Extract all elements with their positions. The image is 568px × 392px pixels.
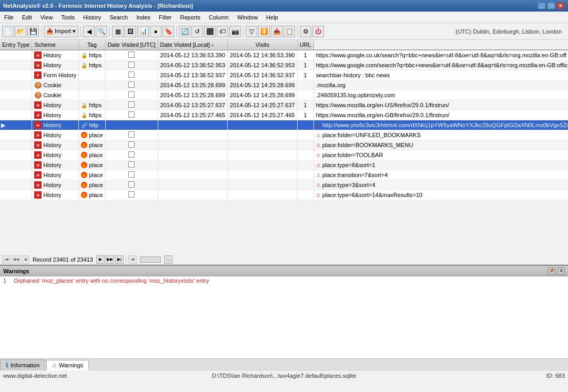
cell-date-utc: 2014-05-12 13:25:28.699 [158, 90, 228, 100]
checkbox-empty [128, 91, 135, 98]
table-row[interactable]: HHistoryplace⚠place:folder=UNFILED_BOOKM… [0, 130, 568, 140]
table-row[interactable]: HHistoryplace⚠place:type=6&sort=1 [0, 160, 568, 170]
cell-scheme: 🔒https [79, 60, 105, 70]
circle-button[interactable]: ● [150, 26, 161, 37]
col-header-scheme[interactable]: Scheme [32, 40, 79, 50]
menu-view[interactable]: View [36, 13, 57, 22]
nav-back-button[interactable]: ◀ [128, 255, 137, 264]
menu-column[interactable]: Column [205, 13, 233, 22]
cell-tag[interactable] [105, 130, 158, 140]
table-scroll[interactable]: Entry Type Scheme Tag Date Visited [UTC]… [0, 40, 568, 254]
image-button[interactable]: 🖼 [125, 26, 136, 37]
cell-tag[interactable] [105, 80, 158, 90]
maximize-button[interactable]: □ [547, 2, 555, 9]
nav-prev-page-button[interactable]: ◀◀ [12, 255, 20, 264]
nav-next-page-button[interactable]: ▶▶ [106, 255, 114, 264]
power-button[interactable]: ⏻ [312, 26, 324, 37]
entry-type-label: History [43, 132, 61, 138]
cell-url: ⚠place:folder=TOOLBAR [313, 150, 568, 160]
menu-edit[interactable]: Edit [18, 13, 36, 22]
cell-tag[interactable] [105, 60, 158, 70]
col-header-date-utc[interactable]: Date Visited [UTC] [105, 40, 158, 50]
bookmark-button[interactable]: 🔖 [163, 26, 174, 37]
cell-tag[interactable] [105, 100, 158, 110]
url-text: place:type=3&sort=4 [322, 182, 376, 188]
table-row[interactable]: HHistoryplace⚠place:transition=7&sort=4 [0, 170, 568, 180]
col-header-url[interactable]: URL [297, 40, 313, 50]
menu-file[interactable]: File [0, 13, 18, 22]
menu-index[interactable]: Index [132, 13, 155, 22]
table-row[interactable]: HHistoryplace⚠place:folder=BOOKMARKS_MEN… [0, 140, 568, 150]
col-header-entry-type[interactable]: Entry Type [0, 40, 32, 50]
camera-button[interactable]: 📷 [229, 26, 241, 37]
cell-tag[interactable] [105, 90, 158, 100]
cell-tag[interactable] [105, 150, 158, 160]
table-row[interactable]: FForm History2014-05-12 13:36:52.9372014… [0, 70, 568, 80]
chart-button[interactable]: 📊 [137, 26, 149, 37]
history-icon: H [34, 101, 42, 109]
cell-tag[interactable] [105, 170, 158, 180]
select-all-button[interactable]: ⬛ [204, 26, 216, 37]
nav-first-button[interactable]: |◀ [2, 255, 11, 264]
settings-button[interactable]: ⚙ [300, 26, 311, 37]
url-text: place:folder=TOOLBAR [322, 152, 383, 158]
col-header-date-local[interactable]: Date Visited [Local] ▾ [158, 40, 228, 50]
cell-tag[interactable] [105, 180, 158, 190]
cell-tag[interactable] [105, 160, 158, 170]
cell-tag[interactable]: ✓ [105, 120, 158, 130]
open-button[interactable]: 📂 [15, 26, 26, 37]
table-row[interactable]: ▶HHistory🔗http✓⚠http://www.ynv5c3vic3rhb… [0, 120, 568, 130]
cell-tag[interactable] [105, 50, 158, 60]
back-button[interactable]: ◀ [83, 26, 95, 37]
filter-button[interactable]: ▽ [246, 26, 257, 37]
tag-button[interactable]: 🏷 [217, 26, 228, 37]
cell-scheme: 🔒https [79, 110, 105, 120]
save-button[interactable]: 💾 [27, 26, 39, 37]
tab-information[interactable]: ℹ Information [0, 359, 45, 370]
report-button[interactable]: 📋 [283, 26, 295, 37]
table-row[interactable]: HHistoryplace⚠place:type=6&sort=14&maxRe… [0, 190, 568, 200]
checkbox-empty [128, 191, 135, 198]
menu-history[interactable]: History [79, 13, 105, 22]
import-button[interactable]: 📥 Import ▾ [44, 26, 78, 37]
tab-information-label: Information [11, 362, 39, 368]
cell-tag[interactable] [105, 70, 158, 80]
cell-tag[interactable] [105, 140, 158, 150]
cell-tag[interactable] [105, 190, 158, 200]
col-header-visits[interactable]: Visits [228, 40, 298, 50]
menu-search[interactable]: Search [105, 13, 132, 22]
table-row[interactable]: 🍪Cookie2014-05-12 13:25:28.6992014-05-12… [0, 90, 568, 100]
menu-help[interactable]: Help [262, 13, 282, 22]
menu-window[interactable]: Window [233, 13, 262, 22]
table-row[interactable]: HHistory🔒https2014-05-12 13:25:27.465201… [0, 110, 568, 120]
filter2-button[interactable]: ⏬ [258, 26, 270, 37]
warnings-pin-button[interactable]: 📌 [548, 267, 555, 275]
minimize-button[interactable]: _ [537, 2, 546, 9]
nav-prev-button[interactable]: ◀ [21, 255, 29, 264]
menu-reports[interactable]: Reports [176, 13, 205, 22]
close-button[interactable]: ✕ [556, 2, 565, 9]
table-row[interactable]: HHistory🔒https2014-05-12 13:36:53.390201… [0, 50, 568, 60]
table-row[interactable]: HHistoryplace⚠place:type=3&sort=4 [0, 180, 568, 190]
table-row[interactable]: HHistory🔒https2014-05-12 13:25:27.637201… [0, 100, 568, 110]
grid-button[interactable]: ▦ [112, 26, 124, 37]
refresh-button[interactable]: 🔄 [179, 26, 190, 37]
nav-forward-button[interactable]: ... [164, 255, 173, 264]
refresh2-button[interactable]: ↺ [191, 26, 203, 37]
menu-filter[interactable]: Filter [155, 13, 176, 22]
cell-tag[interactable] [105, 110, 158, 120]
nav-next-button[interactable]: ▶ [96, 255, 105, 264]
menu-tools[interactable]: Tools [57, 13, 79, 22]
nav-last-button[interactable]: ▶| [115, 255, 124, 264]
cell-date-local [228, 140, 298, 150]
table-row[interactable]: HHistoryplace⚠place:folder=TOOLBAR [0, 150, 568, 160]
col-header-tag[interactable]: Tag [79, 40, 105, 50]
tab-warnings[interactable]: ⚠ Warnings [46, 360, 89, 370]
history-icon: H [34, 121, 42, 129]
warnings-close-button[interactable]: ✕ [557, 267, 565, 275]
search-button[interactable]: 🔍 [96, 26, 107, 37]
export-button[interactable]: 📤 [271, 26, 282, 37]
table-row[interactable]: HHistory🔒https2014-05-12 13:36:52.953201… [0, 60, 568, 70]
table-row[interactable]: 🍪Cookie2014-05-12 13:25:28.6992014-05-12… [0, 80, 568, 90]
new-button[interactable]: 📄 [2, 26, 14, 37]
